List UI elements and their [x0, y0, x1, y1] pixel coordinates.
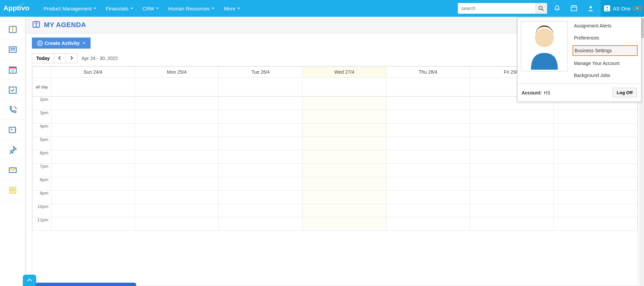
- search: [458, 3, 547, 14]
- chevron-down-icon: [156, 8, 159, 9]
- top-nav: Apptivo Product Management Financials CR…: [0, 0, 644, 17]
- avatar-icon: [604, 5, 610, 11]
- profile-button[interactable]: [584, 0, 597, 17]
- main-menu: Product Management Financials CRM Human …: [44, 6, 240, 11]
- bell-icon: [553, 5, 561, 12]
- apps-button[interactable]: [567, 0, 581, 17]
- nav-more[interactable]: More: [224, 6, 240, 11]
- svg-point-3: [557, 10, 558, 11]
- search-button[interactable]: [535, 3, 547, 14]
- user-menu-button[interactable]: AS One: [601, 0, 644, 17]
- nav-product-management[interactable]: Product Management: [44, 6, 96, 11]
- user-name: AS One: [613, 6, 631, 11]
- chevron-down-icon: [237, 8, 240, 9]
- nav-human-resources[interactable]: Human Resources: [168, 6, 214, 11]
- svg-point-6: [606, 7, 608, 8]
- chevron-down-icon: [130, 8, 133, 9]
- nav-right: AS One: [458, 0, 644, 17]
- svg-point-1: [539, 6, 542, 10]
- svg-line-2: [542, 9, 544, 11]
- apptivo-logo-icon: Apptivo: [3, 3, 38, 14]
- search-icon: [538, 6, 544, 11]
- brand-logo[interactable]: Apptivo: [0, 3, 40, 14]
- store-icon: [570, 5, 578, 12]
- person-icon: [587, 5, 594, 12]
- search-input[interactable]: [458, 3, 535, 14]
- svg-point-5: [590, 6, 592, 8]
- nav-crm[interactable]: CRM: [143, 6, 159, 11]
- chevron-down-icon: [212, 8, 214, 9]
- user-menu-caret: [633, 6, 641, 10]
- chevron-down-icon: [94, 8, 96, 9]
- notifications-button[interactable]: [550, 0, 564, 17]
- svg-text:Apptivo: Apptivo: [3, 4, 29, 12]
- nav-financials[interactable]: Financials: [106, 6, 133, 11]
- svg-rect-4: [571, 7, 577, 11]
